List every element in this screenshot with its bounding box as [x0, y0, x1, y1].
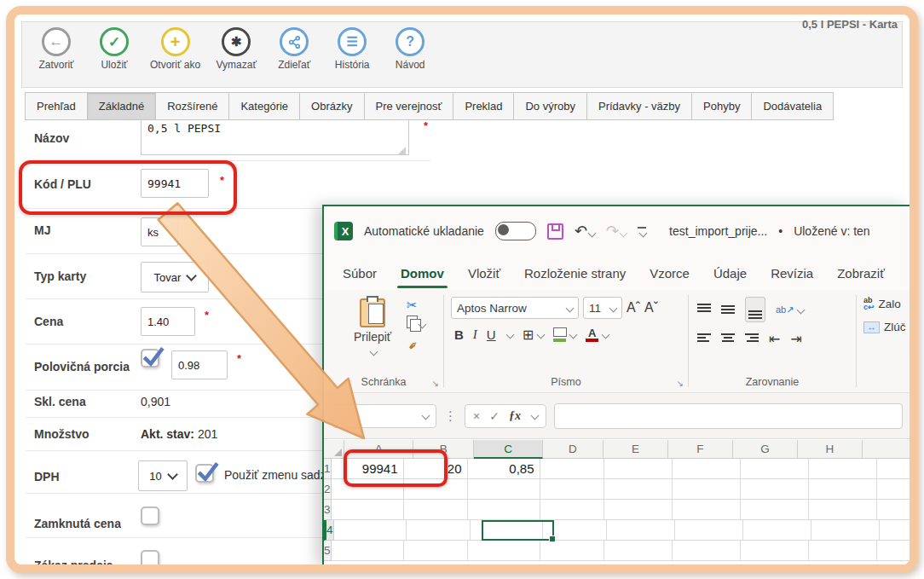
- ribbon-tab-vzorce[interactable]: Vzorce: [650, 266, 690, 281]
- underline-button[interactable]: U: [487, 327, 496, 342]
- tab-pre-verejnost[interactable]: Pre verejnosť: [364, 92, 454, 120]
- cell[interactable]: [468, 500, 540, 520]
- column-header-partial[interactable]: [863, 440, 911, 459]
- undo-button[interactable]: ↶: [575, 222, 595, 240]
- cell[interactable]: [540, 479, 604, 500]
- ribbon-tab-zobrazit[interactable]: Zobraziť: [837, 266, 885, 281]
- selection-outline-c4[interactable]: [482, 520, 554, 541]
- cell[interactable]: [877, 479, 911, 500]
- tab-dodavatelia[interactable]: Dodávatelia: [751, 92, 834, 120]
- wrap-text-button[interactable]: Zalo: [879, 298, 901, 310]
- cell[interactable]: [809, 479, 877, 500]
- ribbon-tab-udaje[interactable]: Údaje: [713, 266, 747, 281]
- cell[interactable]: [604, 459, 673, 479]
- half-portion-price-input[interactable]: [171, 350, 228, 379]
- increase-indent-button[interactable]: ⇥: [790, 331, 801, 347]
- font-color-button[interactable]: A: [586, 328, 609, 342]
- history-button[interactable]: ☰ História: [330, 27, 374, 71]
- cell[interactable]: [877, 459, 911, 479]
- fill-color-button[interactable]: [553, 327, 576, 342]
- cell[interactable]: [404, 541, 468, 561]
- tab-pridavky-vazby[interactable]: Prídavky - väzby: [586, 92, 692, 120]
- locked-price-checkbox[interactable]: [141, 507, 159, 525]
- cell[interactable]: [673, 541, 741, 561]
- align-top-button[interactable]: [697, 304, 711, 316]
- half-portion-checkbox[interactable]: [141, 349, 159, 368]
- increase-font-button[interactable]: Aˆ: [627, 300, 640, 316]
- cell[interactable]: [673, 459, 741, 479]
- save-button[interactable]: ✓ Uložiť: [92, 27, 136, 71]
- saved-location[interactable]: Uložené v: ten: [794, 224, 870, 238]
- cell[interactable]: [877, 541, 911, 561]
- ribbon-tab-rozlozenie[interactable]: Rozloženie strany: [524, 266, 626, 281]
- price-input[interactable]: [141, 307, 195, 336]
- textarea-resize-grip[interactable]: [398, 147, 406, 154]
- cell[interactable]: [741, 500, 809, 520]
- cell[interactable]: [877, 500, 911, 520]
- row-header-2[interactable]: 2: [324, 479, 332, 500]
- italic-button[interactable]: I: [473, 327, 477, 342]
- format-painter-icon[interactable]: ✒: [405, 331, 427, 353]
- cell[interactable]: [809, 541, 877, 561]
- name-input[interactable]: 0,5 l PEPSI: [141, 118, 409, 155]
- align-center-button[interactable]: [721, 333, 735, 345]
- ribbon-tab-subor[interactable]: Súbor: [343, 266, 377, 281]
- dialog-launcher-icon[interactable]: ↘: [677, 379, 684, 388]
- ribbon-tab-domov[interactable]: Domov: [401, 266, 444, 281]
- cell[interactable]: [809, 459, 877, 479]
- align-bottom-button-selected[interactable]: [745, 297, 765, 322]
- align-middle-button[interactable]: [721, 304, 735, 316]
- cell[interactable]: [332, 500, 404, 520]
- row-header-3[interactable]: 3: [324, 500, 332, 520]
- tab-do-vyroby[interactable]: Do výroby: [513, 92, 587, 120]
- tab-zakladne[interactable]: Základné: [87, 92, 156, 120]
- name-box[interactable]: [332, 404, 436, 428]
- font-name-select[interactable]: Aptos Narrow: [451, 297, 579, 319]
- tab-rozsirene[interactable]: Rozšírené: [155, 92, 229, 120]
- merge-center-button[interactable]: Zlúč: [884, 321, 906, 333]
- orientation-button[interactable]: ab↗: [776, 304, 804, 316]
- cell[interactable]: [741, 459, 809, 479]
- tab-obrazky[interactable]: Obrázky: [299, 92, 364, 120]
- borders-button[interactable]: ⊞: [523, 327, 544, 343]
- column-header-h[interactable]: H: [798, 440, 863, 459]
- cut-button[interactable]: ✂: [407, 298, 425, 311]
- cell[interactable]: [540, 541, 604, 561]
- cell[interactable]: [604, 479, 673, 500]
- cell[interactable]: [675, 520, 743, 541]
- cell[interactable]: [743, 520, 811, 541]
- row-header-1[interactable]: 1: [324, 459, 332, 479]
- redo-button[interactable]: ↷: [606, 222, 627, 240]
- tab-prehlad[interactable]: Prehľad: [25, 92, 88, 120]
- ribbon-tab-vlozit[interactable]: Vložiť: [468, 266, 500, 281]
- cell[interactable]: [809, 500, 877, 520]
- column-header-c[interactable]: C: [474, 440, 543, 459]
- cell[interactable]: [468, 541, 540, 561]
- cell[interactable]: [468, 479, 540, 500]
- help-button[interactable]: ? Návod: [388, 27, 432, 71]
- align-left-button[interactable]: [697, 333, 711, 345]
- sale-ban-checkbox[interactable]: [141, 550, 159, 569]
- row-header-4[interactable]: 4: [324, 520, 334, 541]
- ribbon-tab-revizia[interactable]: Revízia: [771, 266, 813, 281]
- confirm-entry-icon[interactable]: ✓: [489, 409, 500, 423]
- column-header-g[interactable]: G: [733, 440, 798, 459]
- vat-select[interactable]: 10: [138, 460, 188, 491]
- dialog-launcher-icon[interactable]: ↘: [432, 379, 439, 388]
- tab-preklad[interactable]: Preklad: [453, 92, 514, 120]
- cell[interactable]: [741, 479, 809, 500]
- open-as-button[interactable]: + Otvoriť ako: [150, 27, 200, 71]
- share-button[interactable]: Zdieľať: [272, 27, 316, 71]
- save-icon[interactable]: [547, 223, 563, 240]
- cell[interactable]: [673, 500, 741, 520]
- bold-button[interactable]: B: [454, 327, 464, 342]
- tab-pohyby[interactable]: Pohyby: [691, 92, 752, 120]
- copy-button[interactable]: [407, 316, 425, 332]
- autosave-toggle[interactable]: [495, 222, 536, 240]
- cell[interactable]: [540, 459, 604, 479]
- workbook-filename[interactable]: test_import_prije...: [669, 224, 767, 238]
- formula-input[interactable]: [554, 403, 903, 429]
- cell[interactable]: [880, 520, 911, 541]
- unit-input[interactable]: [141, 217, 178, 246]
- cell[interactable]: [741, 541, 809, 561]
